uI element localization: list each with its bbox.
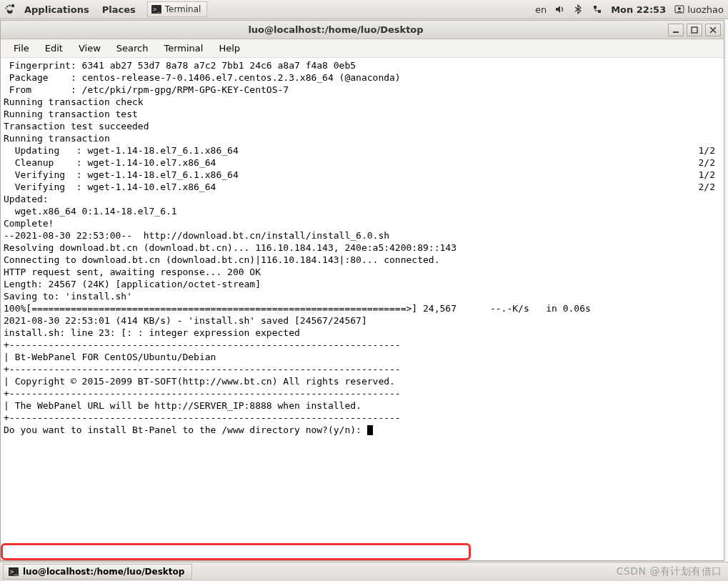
- cursor-icon: [367, 425, 373, 435]
- terminal-window: luo@localhost:/home/luo/Desktop File Edi…: [0, 20, 724, 561]
- terminal-line: HTTP request sent, awaiting response... …: [4, 266, 721, 278]
- terminal-line: Complete!: [4, 217, 721, 229]
- svg-point-1: [9, 4, 11, 6]
- menu-search[interactable]: Search: [109, 41, 156, 56]
- svg-point-3: [6, 8, 7, 9]
- terminal-line: 100%[===================================…: [4, 302, 721, 314]
- terminal-line: +---------------------------------------…: [4, 363, 721, 375]
- svg-rect-6: [594, 6, 597, 9]
- titlebar[interactable]: luo@localhost:/home/luo/Desktop: [1, 21, 724, 39]
- user-icon: [674, 4, 684, 14]
- terminal-line: Running transaction: [4, 132, 721, 144]
- terminal-icon: >_: [8, 566, 19, 577]
- terminal-line: Length: 24567 (24K) [application/octet-s…: [4, 278, 721, 290]
- terminal-icon: >_: [151, 4, 162, 15]
- terminal-line: Connecting to download.bt.cn (download.b…: [4, 254, 721, 266]
- terminal-line: From : /etc/pki/rpm-gpg/RPM-GPG-KEY-Cent…: [4, 84, 721, 96]
- watermark: CSDN @有计划有借口: [617, 565, 722, 578]
- places-menu[interactable]: Places: [96, 1, 141, 18]
- terminal-line: Running transaction test: [4, 108, 721, 120]
- close-button[interactable]: [705, 24, 721, 36]
- applications-menu[interactable]: Applications: [19, 1, 95, 18]
- terminal-line: --2021-08-30 22:53:00-- http://download.…: [4, 229, 721, 242]
- taskbar-terminal-entry[interactable]: >_ luo@localhost:/home/luo/Desktop: [3, 564, 192, 580]
- menubar: File Edit View Search Terminal Help: [1, 39, 724, 58]
- svg-text:>_: >_: [10, 568, 18, 575]
- terminal-line: Cleanup : wget-1.14-10.el7.x86_642/2: [4, 157, 721, 169]
- clock[interactable]: Mon 22:53: [611, 4, 666, 15]
- install-prompt[interactable]: Do you want to install Bt-Panel to the /…: [4, 424, 721, 436]
- terminal-line: Updated:: [4, 193, 721, 205]
- svg-rect-11: [692, 27, 697, 33]
- line-right-value: 1/2: [699, 144, 715, 157]
- terminal-line: +---------------------------------------…: [4, 339, 721, 351]
- terminal-line: Running transaction check: [4, 96, 721, 108]
- svg-point-9: [678, 7, 681, 10]
- window-title: luo@localhost:/home/luo/Desktop: [4, 24, 668, 35]
- menu-terminal[interactable]: Terminal: [156, 41, 210, 56]
- taskbar-label: luo@localhost:/home/luo/Desktop: [23, 567, 184, 577]
- menu-edit[interactable]: Edit: [38, 41, 70, 56]
- gnome-logo-icon: [4, 4, 16, 15]
- line-right-value: 2/2: [699, 181, 715, 193]
- terminal-line: install.sh: line 23: [: : integer expres…: [4, 327, 721, 339]
- maximize-button[interactable]: [687, 24, 702, 36]
- menu-help[interactable]: Help: [211, 41, 247, 56]
- keyboard-lang[interactable]: en: [535, 4, 547, 15]
- terminal-line: wget.x86_64 0:1.14-18.el7_6.1: [4, 205, 721, 217]
- top-panel: Applications Places >_ Terminal en Mon 2…: [0, 0, 728, 19]
- svg-point-2: [6, 6, 8, 7]
- panel-task-terminal[interactable]: >_ Terminal: [147, 1, 208, 17]
- terminal-line: +---------------------------------------…: [4, 387, 721, 399]
- terminal-line: Verifying : wget-1.14-10.el7.x86_642/2: [4, 181, 721, 193]
- panel-task-label: Terminal: [165, 4, 201, 14]
- terminal-line: Transaction test succeeded: [4, 120, 721, 132]
- user-name: luozhao: [687, 4, 724, 15]
- user-menu[interactable]: luozhao: [674, 4, 724, 15]
- line-right-value: 1/2: [699, 169, 715, 181]
- bluetooth-icon[interactable]: [574, 4, 584, 14]
- volume-icon[interactable]: [555, 4, 565, 14]
- svg-text:>_: >_: [153, 6, 161, 13]
- menu-view[interactable]: View: [71, 41, 108, 56]
- terminal-line: +---------------------------------------…: [4, 412, 721, 424]
- terminal-line: Updating : wget-1.14-18.el7_6.1.x86_641/…: [4, 144, 721, 157]
- terminal-line: Resolving download.bt.cn (download.bt.cn…: [4, 242, 721, 254]
- svg-rect-7: [598, 10, 601, 13]
- svg-point-0: [11, 4, 14, 7]
- network-icon[interactable]: [592, 4, 602, 14]
- terminal-line: Saving to: 'install.sh': [4, 290, 721, 302]
- terminal-line: Verifying : wget-1.14-18.el7_6.1.x86_641…: [4, 169, 721, 181]
- terminal-output[interactable]: Fingerprint: 6341 ab27 53d7 8a78 a7c2 7b…: [1, 58, 724, 560]
- minimize-button[interactable]: [668, 24, 684, 36]
- terminal-line: | Copyright © 2015-2099 BT-SOFT(http://w…: [4, 375, 721, 387]
- line-right-value: 2/2: [699, 157, 715, 169]
- menu-file[interactable]: File: [6, 41, 36, 56]
- terminal-line: | The WebPanel URL will be http://SERVER…: [4, 399, 721, 412]
- terminal-line: 2021-08-30 22:53:01 (414 KB/s) - 'instal…: [4, 314, 721, 327]
- terminal-line: Fingerprint: 6341 ab27 53d7 8a78 a7c2 7b…: [4, 59, 721, 71]
- terminal-line: Package : centos-release-7-0.1406.el7.ce…: [4, 71, 721, 84]
- terminal-line: | Bt-WebPanel FOR CentOS/Ubuntu/Debian: [4, 351, 721, 363]
